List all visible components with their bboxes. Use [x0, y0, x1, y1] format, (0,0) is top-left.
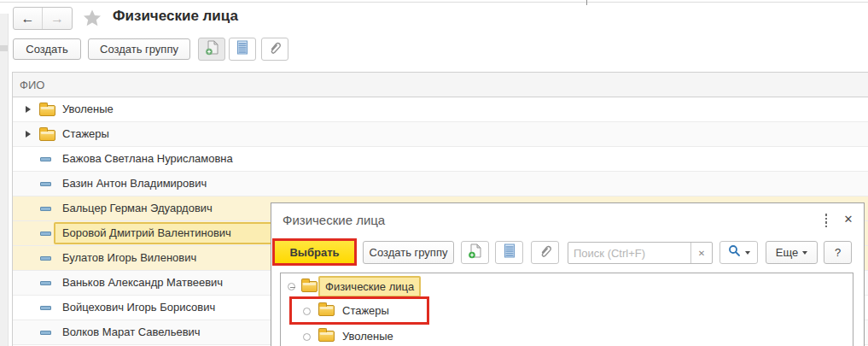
search-options-button[interactable]: [719, 241, 758, 264]
back-icon: ←: [21, 11, 35, 26]
chevron-down-icon: [745, 251, 750, 255]
dialog-attachments-button[interactable]: [531, 241, 559, 264]
table-row-group[interactable]: Стажеры: [13, 122, 868, 147]
expand-triangle-icon[interactable]: [26, 106, 31, 113]
row-label: Бажова Светлана Нурисламовна: [62, 147, 233, 171]
create-group-button[interactable]: Создать группу: [88, 38, 190, 60]
row-label: Бальцер Герман Эдуардович: [62, 196, 213, 220]
close-icon[interactable]: ✕: [840, 210, 857, 227]
select-button[interactable]: Выбрать: [275, 241, 354, 263]
list-settings-icon: [504, 243, 516, 261]
person-icon: [40, 232, 51, 236]
attachments-button[interactable]: [261, 38, 288, 61]
folder-icon: [318, 331, 335, 342]
row-label: Булатов Игорь Виленович: [62, 246, 196, 270]
dialog-title: Физические лица: [283, 213, 385, 227]
page-title: Физические лица: [113, 8, 238, 25]
table-row[interactable]: Базин Антон Владимирович: [13, 172, 868, 196]
table-row-group[interactable]: Уволеные: [13, 97, 868, 122]
help-button[interactable]: ?: [824, 241, 852, 264]
dialog-menu-icon[interactable]: [819, 212, 833, 229]
forward-icon: →: [50, 11, 64, 26]
tree-row-child[interactable]: Уволеные: [281, 325, 853, 346]
person-icon: [40, 207, 51, 211]
forward-button[interactable]: →: [43, 8, 72, 29]
favorite-star-icon[interactable]: [82, 8, 102, 32]
table-header-row: ФИО: [13, 72, 868, 97]
folder-icon: [318, 305, 335, 316]
create-by-copy-icon: [205, 40, 219, 59]
list-settings-icon: [236, 40, 248, 58]
collapse-icon[interactable]: [288, 283, 295, 290]
list-settings-button[interactable]: [229, 38, 256, 61]
dialog-list-settings-button[interactable]: [495, 241, 523, 264]
person-icon: [40, 256, 51, 261]
row-label: Уволеные: [62, 97, 114, 121]
chevron-down-icon: [802, 251, 807, 255]
person-icon: [40, 281, 51, 285]
select-button-annotation: Выбрать: [272, 238, 357, 266]
more-label: Еще: [776, 246, 798, 259]
person-icon: [40, 157, 51, 161]
column-header-fio[interactable]: ФИО: [20, 79, 44, 91]
tree-label: Уволеные: [342, 325, 393, 346]
folder-icon: [39, 130, 55, 141]
row-label: Стажеры: [62, 122, 109, 146]
row-label: Базин Антон Владимирович: [62, 172, 207, 196]
paperclip-icon: [538, 243, 553, 262]
folder-icon: [39, 105, 55, 116]
row-label: Войцехович Игорь Борисович: [62, 296, 215, 320]
expand-triangle-icon[interactable]: [26, 131, 31, 138]
person-icon: [40, 182, 51, 186]
magnifier-icon: [728, 244, 741, 261]
row-label: Боровой Дмитрий Валентинович: [62, 221, 231, 245]
search-box: ✕: [568, 242, 713, 264]
tree-root-selected-label: Физические лица: [318, 276, 421, 297]
paperclip-icon: [267, 40, 283, 59]
folder-icon: [301, 281, 317, 292]
more-button[interactable]: Еще: [766, 241, 818, 264]
search-input[interactable]: [568, 243, 690, 263]
expand-circle-icon[interactable]: [303, 333, 311, 341]
table-row[interactable]: Бажова Светлана Нурисламовна: [13, 147, 868, 172]
dialog-create-group-button[interactable]: Создать группу: [363, 241, 454, 264]
history-nav: ← →: [13, 7, 73, 30]
tree-row-root[interactable]: Физические лица: [281, 276, 853, 299]
create-by-copy-icon: [468, 243, 482, 262]
top-divider: [0, 2, 868, 3]
left-panel-edge: [0, 14, 9, 346]
panel-notch: [0, 45, 8, 51]
create-by-copy-button[interactable]: [198, 38, 225, 61]
select-persons-dialog: Физические лица ✕ Выбрать Создать группу…: [271, 202, 865, 346]
tree-label: Стажеры: [342, 300, 389, 322]
app-window: ← → Физические лица Создать Создать груп…: [0, 0, 868, 346]
row-label: Ваньков Александр Матвеевич: [62, 271, 223, 295]
groups-tree: Физические лица Стажеры Уволеные: [280, 273, 853, 346]
row-label: Волков Марат Савельевич: [62, 320, 201, 344]
person-icon: [40, 306, 51, 310]
tree-row-child[interactable]: Стажеры: [281, 300, 853, 323]
dialog-create-by-copy-button[interactable]: [461, 241, 489, 264]
search-clear-icon[interactable]: ✕: [690, 243, 712, 263]
create-button[interactable]: Создать: [13, 38, 81, 60]
back-button[interactable]: ←: [14, 8, 43, 29]
expand-circle-icon[interactable]: [303, 308, 311, 315]
person-icon: [40, 331, 51, 335]
tab-separator: [586, 0, 587, 5]
